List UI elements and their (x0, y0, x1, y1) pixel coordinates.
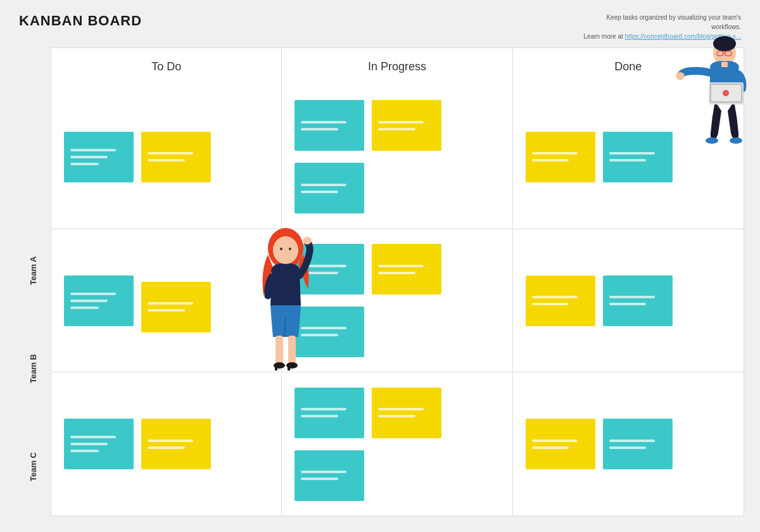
header-note: Keep tasks organized by visualizing your… (576, 13, 741, 41)
board-grid: To Do In Progress Done (51, 48, 744, 516)
card-line (532, 152, 578, 155)
cell-team-b-todo (51, 229, 282, 372)
card-line (378, 415, 415, 417)
card-line (378, 265, 424, 267)
card-line (148, 302, 193, 305)
header-link[interactable]: https://conceptboard.com/blog/getting-s.… (625, 33, 741, 40)
card-line (148, 446, 185, 449)
card (64, 276, 134, 326)
svg-point-8 (730, 137, 742, 144)
card-line (532, 440, 578, 442)
col-header-done: Done (513, 48, 744, 86)
card (141, 282, 211, 332)
row-label-team-a: Team A (16, 222, 51, 320)
card (294, 450, 364, 501)
cell-team-c-inprogress (282, 372, 512, 516)
card-line (378, 128, 415, 130)
card-line (301, 184, 346, 186)
card-line (301, 128, 338, 130)
svg-rect-10 (710, 84, 742, 103)
card-line (609, 303, 647, 305)
cell-team-a-inprogress (282, 86, 512, 229)
card (64, 419, 134, 469)
card-line (301, 415, 338, 417)
card (64, 132, 134, 182)
card-line (609, 440, 655, 442)
svg-rect-9 (709, 82, 744, 104)
card-line (301, 121, 346, 124)
card (294, 388, 364, 438)
card-line (148, 159, 185, 162)
card-line (301, 471, 346, 473)
card (526, 132, 595, 182)
cell-team-c-todo (51, 372, 282, 516)
card (372, 388, 441, 438)
card-line (378, 121, 424, 124)
col-header-inprogress: In Progress (282, 48, 512, 86)
card (603, 276, 673, 326)
card (141, 419, 211, 469)
card-line (378, 408, 424, 410)
card (526, 419, 595, 469)
board-row-team-a (51, 86, 744, 229)
svg-point-7 (706, 137, 718, 144)
card (294, 244, 364, 294)
card-line (70, 293, 116, 295)
card-line (301, 408, 346, 410)
card-line (70, 450, 99, 452)
card-line (70, 300, 108, 302)
col-header-todo: To Do (51, 48, 282, 86)
card-line (609, 159, 647, 162)
card-line (532, 446, 569, 449)
cell-team-a-done (513, 86, 744, 229)
row-label-spacer (16, 86, 51, 222)
card (372, 100, 441, 151)
card-line (609, 152, 655, 155)
card-line (532, 296, 578, 298)
card (372, 244, 441, 294)
page-title: KANBAN BOARD (19, 13, 142, 29)
cell-team-a-todo (51, 86, 282, 229)
card-line (301, 478, 338, 480)
card-line (148, 309, 185, 312)
card-line (301, 191, 338, 193)
card-line (301, 327, 346, 329)
card-line (70, 436, 116, 438)
card-line (70, 149, 116, 151)
svg-rect-11 (711, 85, 741, 101)
card-line (70, 163, 99, 165)
cell-team-c-done (513, 372, 744, 516)
card-line (609, 446, 647, 449)
row-labels: Team A Team B Team C (16, 48, 51, 516)
card (603, 419, 673, 469)
card (141, 132, 211, 182)
card (603, 132, 673, 182)
cell-team-b-done (513, 229, 744, 372)
card (526, 276, 595, 326)
card (294, 307, 364, 357)
row-label-team-c: Team C (16, 418, 51, 516)
card-line (70, 156, 108, 158)
card-line (532, 159, 569, 162)
card-line (301, 334, 338, 336)
board-rows (51, 86, 744, 516)
card-line (148, 152, 193, 155)
column-headers: To Do In Progress Done (51, 48, 744, 86)
card (294, 100, 364, 151)
board-container: Team A Team B Team C To Do In Progress D… (16, 48, 744, 516)
row-label-team-b: Team B (16, 320, 51, 418)
svg-point-12 (723, 90, 729, 96)
board-row-team-b (51, 229, 744, 373)
card-line (301, 265, 346, 267)
card-line (70, 307, 99, 309)
page-header: KANBAN BOARD Keep tasks organized by vis… (0, 0, 760, 48)
svg-rect-24 (275, 365, 277, 370)
card-line (609, 296, 655, 298)
card (294, 163, 364, 213)
card-line (148, 440, 193, 442)
cell-team-b-inprogress (282, 229, 512, 372)
board-row-team-c (51, 372, 744, 516)
card-line (301, 272, 338, 274)
card-line (532, 303, 569, 305)
card-line (378, 272, 415, 274)
